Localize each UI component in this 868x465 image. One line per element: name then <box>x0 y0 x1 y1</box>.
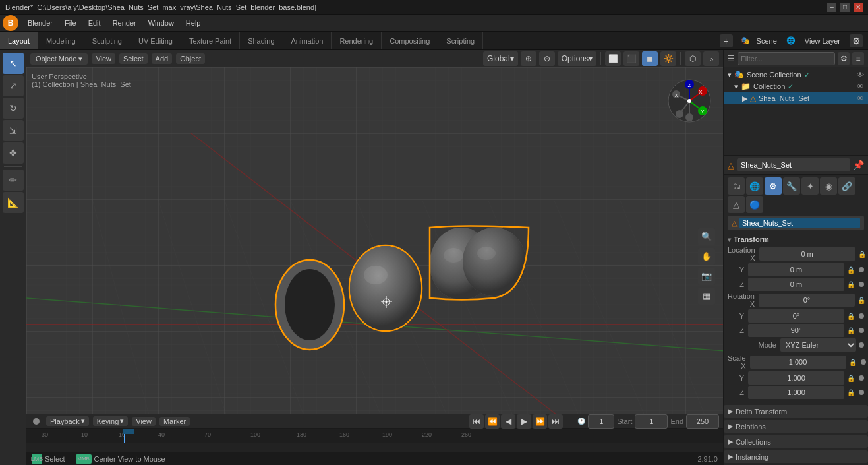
options-button[interactable]: Options ▾ <box>558 51 596 66</box>
annotate-tool-button[interactable]: ✏ <box>3 170 24 191</box>
menu-file[interactable]: File <box>59 18 82 28</box>
scale-x-lock-button[interactable]: 🔒 <box>848 357 858 367</box>
relations-header[interactable]: ▶ Relations <box>724 420 868 433</box>
props-name-input[interactable]: Shea_Nuts_Set <box>739 218 860 228</box>
wireframe-shading-button[interactable]: ⬜ <box>605 51 621 66</box>
rotation-mode-select[interactable]: XYZ Euler <box>780 338 856 352</box>
rotation-y-lock-button[interactable]: 🔒 <box>846 311 856 321</box>
data-props-tab[interactable]: △ <box>728 196 745 213</box>
end-frame-input[interactable]: 250 <box>686 414 719 429</box>
instancing-header[interactable]: ▶ Instancing <box>724 450 868 463</box>
play-reverse-button[interactable]: ◀ <box>501 414 515 429</box>
tab-layout[interactable]: Layout <box>0 32 38 49</box>
location-z-lock-button[interactable]: 🔒 <box>846 279 856 290</box>
scale-z-lock-button[interactable]: 🔒 <box>846 387 856 398</box>
keying-button[interactable]: Keying ▾ <box>93 416 129 426</box>
close-button[interactable]: ✕ <box>854 3 863 12</box>
world-props-tab[interactable]: 🌐 <box>746 177 763 195</box>
scale-y-lock-button[interactable]: 🔒 <box>846 373 856 383</box>
viewport-mode-button[interactable]: Object Mode ▾ <box>30 53 88 65</box>
marker-button[interactable]: Marker <box>159 417 190 426</box>
collection-eye-icon[interactable]: 👁 <box>857 82 864 90</box>
navigation-gizmo[interactable]: X X Y Z <box>666 78 712 124</box>
outliner-scene-collection[interactable]: ▾ 🎭 Scene Collection ✓ 👁 <box>724 69 868 80</box>
measure-tool-button[interactable]: 📐 <box>3 192 24 213</box>
outliner-collection[interactable]: ▾ 📁 Collection ✓ 👁 <box>724 80 868 92</box>
viewlayer-label[interactable]: View Layer <box>801 37 844 45</box>
location-x-lock-button[interactable]: 🔒 <box>857 249 867 259</box>
menu-blender[interactable]: Blender <box>22 18 58 28</box>
outliner-sync-button[interactable]: ≡ <box>852 52 864 65</box>
tab-compositing[interactable]: Compositing <box>382 32 438 49</box>
tab-sculpting[interactable]: Sculpting <box>84 32 130 49</box>
rendered-shading-button[interactable]: 🔆 <box>660 51 676 66</box>
rotation-z-input[interactable]: 90° <box>748 324 844 337</box>
cursor-tool-button[interactable]: ↖ <box>3 53 24 74</box>
collections-header[interactable]: ▶ Collections <box>724 435 868 448</box>
viewport-add-button[interactable]: Add <box>152 53 173 64</box>
play-button[interactable]: ▶ <box>517 414 531 429</box>
viewport-object-button[interactable]: Object <box>176 53 205 64</box>
jump-end-button[interactable]: ⏭ <box>548 414 563 429</box>
material-props-tab[interactable]: 🔵 <box>746 196 763 213</box>
timeline-view-button[interactable]: View <box>132 417 156 426</box>
menu-render[interactable]: Render <box>107 18 142 28</box>
particles-props-tab[interactable]: ✦ <box>801 177 819 195</box>
physics-props-tab[interactable]: ◉ <box>820 177 837 195</box>
properties-pin-button[interactable]: 📌 <box>853 160 864 170</box>
modifier-props-tab[interactable]: 🔧 <box>783 177 800 195</box>
transform-tool-button[interactable]: ✥ <box>3 142 24 164</box>
object-props-tab[interactable]: ⚙ <box>765 177 782 195</box>
rotation-y-input[interactable]: 0° <box>748 309 844 323</box>
global-snap-button[interactable]: Global ▾ <box>483 51 518 66</box>
menu-edit[interactable]: Edit <box>83 18 106 28</box>
location-y-input[interactable]: 0 m <box>748 263 844 276</box>
menu-window[interactable]: Window <box>143 18 179 28</box>
prev-frame-button[interactable]: ⏪ <box>485 414 500 429</box>
viewport-canvas[interactable]: User Perspective (1) Collection | Shea_N… <box>26 67 723 465</box>
rotation-z-lock-button[interactable]: 🔒 <box>846 325 856 336</box>
outliner-filter-button[interactable]: ⚙ <box>838 52 850 65</box>
shea-nuts-eye-icon[interactable]: 👁 <box>857 94 864 102</box>
xray-button[interactable]: ⬦ <box>703 51 719 66</box>
scene-props-tab[interactable]: 🗂 <box>728 177 745 195</box>
next-frame-button[interactable]: ⏩ <box>533 414 547 429</box>
delta-transform-header[interactable]: ▶ Delta Transform <box>724 405 868 418</box>
tab-animation[interactable]: Animation <box>283 32 332 49</box>
scale-y-input[interactable]: 1.000 <box>748 371 844 385</box>
scene-label[interactable]: Scene <box>753 37 781 45</box>
viewport-zoom-button[interactable]: 🔍 <box>698 228 715 245</box>
viewport-container[interactable]: Object Mode ▾ View Select Add Object Glo… <box>26 50 723 465</box>
rotate-tool-button[interactable]: ↻ <box>3 98 24 119</box>
viewport-view-button[interactable]: View <box>92 53 115 64</box>
location-y-lock-button[interactable]: 🔒 <box>846 264 856 275</box>
rotation-x-lock-button[interactable]: 🔒 <box>856 295 867 305</box>
tab-scripting[interactable]: Scripting <box>438 32 483 49</box>
tab-shading[interactable]: Shading <box>240 32 283 49</box>
outliner-search-input[interactable] <box>738 52 835 65</box>
constraints-props-tab[interactable]: 🔗 <box>838 177 855 195</box>
scale-x-input[interactable]: 1.000 <box>750 356 846 369</box>
solid-shading-button[interactable]: ⬛ <box>623 51 639 66</box>
tab-modeling[interactable]: Modeling <box>38 32 84 49</box>
proportional-edit-button[interactable]: ⊙ <box>539 51 555 66</box>
viewlayer-options-button[interactable]: ⚙ <box>850 34 863 47</box>
snap-button[interactable]: ⊕ <box>521 51 536 66</box>
current-frame-input[interactable]: 1 <box>588 414 614 429</box>
rotation-x-input[interactable]: 0° <box>759 294 855 307</box>
transform-section-header[interactable]: ▾ Transform <box>728 233 864 246</box>
collection-check-icon[interactable]: ✓ <box>788 82 794 91</box>
location-z-input[interactable]: 0 m <box>748 278 844 291</box>
playback-button[interactable]: Playback ▾ <box>46 416 89 426</box>
scale-tool-button[interactable]: ⇲ <box>3 120 24 141</box>
menu-help[interactable]: Help <box>181 18 206 28</box>
jump-start-button[interactable]: ⏮ <box>469 414 484 429</box>
viewport-pan-button[interactable]: ✋ <box>698 248 715 265</box>
scene-collection-check-icon[interactable]: ✓ <box>804 71 810 79</box>
location-x-input[interactable]: 0 m <box>759 247 855 261</box>
start-frame-input[interactable]: 1 <box>635 414 668 429</box>
outliner-shea-nuts-set[interactable]: ▶ △ Shea_Nuts_Set 👁 <box>724 92 868 104</box>
tab-uv-editing[interactable]: UV Editing <box>130 32 181 49</box>
scene-collection-eye-icon[interactable]: 👁 <box>857 71 864 78</box>
viewport-select-button[interactable]: Select <box>119 53 148 64</box>
